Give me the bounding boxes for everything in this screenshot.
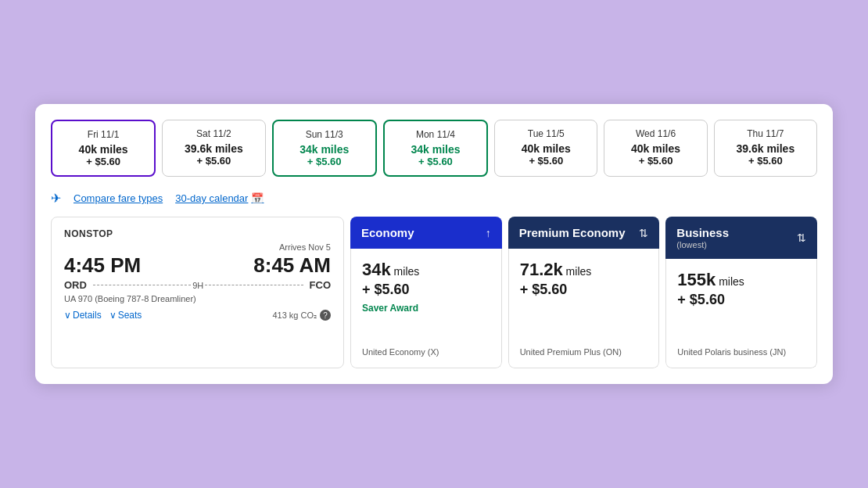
fare-body-economy: 34k miles+ $5.60Saver AwardUnited Econom… [350,249,502,368]
date-label: Tue 11/5 [501,128,590,139]
nonstop-label: NONSTOP [64,228,331,239]
aircraft-label: UA 970 (Boeing 787-8 Dreamliner) [64,294,331,303]
date-fee: + $5.60 [280,156,369,167]
duration-dots: 9H [93,281,303,290]
seats-link[interactable]: ∨ Seats [109,310,142,321]
details-link[interactable]: ∨ Details [64,310,102,321]
date-miles: 39.6k miles [721,142,810,155]
date-card-fri-11-1[interactable]: Fri 11/140k miles+ $5.60 [51,120,156,177]
date-miles: 34k miles [391,143,480,156]
co2-value: 413 kg CO₂ [272,310,317,321]
date-miles: 40k miles [611,142,700,155]
date-card-mon-11-4[interactable]: Mon 11/434k miles+ $5.60 [383,120,488,177]
flight-times-row: 4:45 PM 8:45 AM [64,253,331,278]
airports-row: ORD 9H FCO [64,279,331,291]
fare-col-premium-economy: Premium Economy⇅71.2k miles+ $5.60United… [508,217,660,368]
co2-badge: 413 kg CO₂ ? [272,310,331,321]
calendar-link[interactable]: 30-day calendar 📅 [175,192,264,204]
fare-miles-economy: 34k miles [362,260,490,280]
calendar-icon: 📅 [251,192,264,204]
flight-panel: NONSTOP Arrives Nov 5 4:45 PM 8:45 AM OR… [51,217,344,368]
date-card-sun-11-3[interactable]: Sun 11/334k miles+ $5.60 [272,120,377,177]
arrive-time: 8:45 AM [253,253,331,278]
fare-miles-premium-economy: 71.2k miles [520,260,648,280]
fare-title-business: Business [676,226,729,239]
fare-col-business: Business(lowest)⇅155k miles+ $5.60United… [665,217,817,368]
date-fee: + $5.60 [721,155,810,167]
plane-icon: ✈ [51,191,61,206]
arrives-note: Arrives Nov 5 [64,242,331,252]
sort-icon-premium-economy[interactable]: ⇅ [639,227,648,239]
fare-fee-business: + $5.60 [677,292,805,308]
fare-title-premium-economy: Premium Economy [519,226,626,239]
duration: 9H [192,281,203,290]
fare-subtitle-business: (lowest) [676,240,729,249]
depart-airport: ORD [64,279,87,291]
fare-class-label-premium-economy: United Premium Plus (ON) [520,308,648,357]
fare-header-business[interactable]: Business(lowest)⇅ [665,217,817,259]
date-fee: + $5.60 [59,156,148,167]
date-fee: + $5.60 [501,155,590,167]
main-card: Fri 11/140k miles+ $5.60Sat 11/239.6k mi… [35,104,833,384]
date-label: Sat 11/2 [169,128,258,139]
fare-fee-premium-economy: + $5.60 [520,282,648,298]
date-card-tue-11-5[interactable]: Tue 11/540k miles+ $5.60 [494,120,597,177]
arrive-airport: FCO [310,279,331,291]
co2-info-icon[interactable]: ? [320,310,331,321]
date-card-thu-11-7[interactable]: Thu 11/739.6k miles+ $5.60 [714,120,817,177]
fare-body-premium-economy: 71.2k miles+ $5.60United Premium Plus (O… [508,249,660,368]
date-selector-row: Fri 11/140k miles+ $5.60Sat 11/239.6k mi… [51,120,817,177]
seats-chevron: ∨ [109,310,117,321]
fare-body-business: 155k miles+ $5.60United Polaris business… [665,259,817,368]
date-miles: 40k miles [59,143,148,156]
flight-links-row: ∨ Details ∨ Seats 413 kg CO₂ ? [64,310,331,321]
date-label: Thu 11/7 [721,128,810,139]
content-row: NONSTOP Arrives Nov 5 4:45 PM 8:45 AM OR… [51,217,817,368]
date-fee: + $5.60 [611,155,700,167]
date-fee: + $5.60 [391,156,480,167]
date-label: Sun 11/3 [280,129,369,140]
fare-title-economy: Economy [361,226,414,239]
date-label: Fri 11/1 [59,129,148,140]
date-card-sat-11-2[interactable]: Sat 11/239.6k miles+ $5.60 [162,120,265,177]
fare-columns: Economy↑34k miles+ $5.60Saver AwardUnite… [350,217,817,368]
sort-icon-economy[interactable]: ↑ [486,227,491,239]
date-fee: + $5.60 [169,155,258,167]
controls-row: ✈ Compare fare types 30-day calendar 📅 [51,191,817,206]
date-miles: 40k miles [501,142,590,155]
seats-label: Seats [118,310,142,321]
fare-fee-economy: + $5.60 [362,282,490,298]
fare-header-premium-economy[interactable]: Premium Economy⇅ [508,217,660,249]
fare-col-economy: Economy↑34k miles+ $5.60Saver AwardUnite… [350,217,502,368]
flight-links-left: ∨ Details ∨ Seats [64,310,142,321]
fare-class-label-business: United Polaris business (JN) [677,308,805,357]
sort-icon-business[interactable]: ⇅ [797,231,806,244]
depart-time: 4:45 PM [64,253,141,278]
date-card-wed-11-6[interactable]: Wed 11/640k miles+ $5.60 [604,120,707,177]
compare-fares-link[interactable]: Compare fare types [74,192,163,204]
date-miles: 34k miles [280,143,369,156]
fare-class-label-economy: United Economy (X) [362,324,490,357]
fare-miles-business: 155k miles [677,270,805,290]
saver-label-economy: Saver Award [362,303,490,314]
details-chevron: ∨ [64,310,71,321]
date-label: Wed 11/6 [611,128,700,139]
date-label: Mon 11/4 [391,129,480,140]
details-label: Details [73,310,102,321]
calendar-link-label: 30-day calendar [175,192,248,204]
fare-header-economy[interactable]: Economy↑ [350,217,502,249]
date-miles: 39.6k miles [169,142,258,155]
